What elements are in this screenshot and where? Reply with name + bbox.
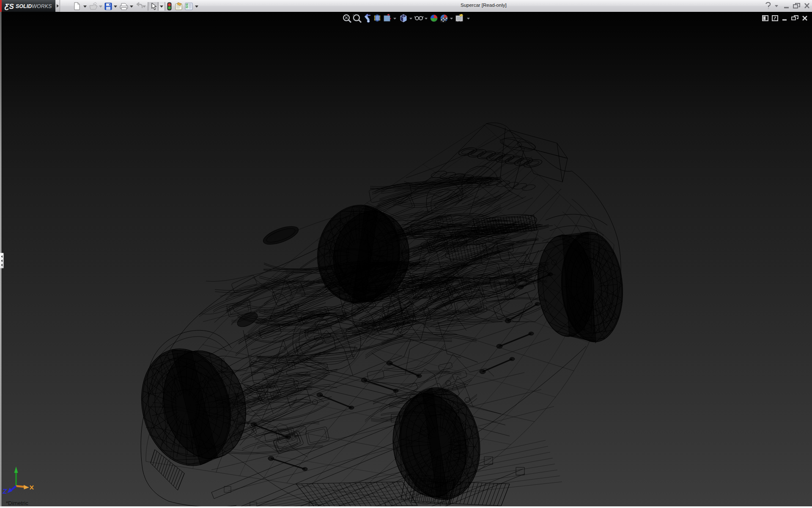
svg-text:SOLIDWORKS: SOLIDWORKS xyxy=(16,3,52,9)
svg-text:ƸS: ƸS xyxy=(4,3,14,11)
